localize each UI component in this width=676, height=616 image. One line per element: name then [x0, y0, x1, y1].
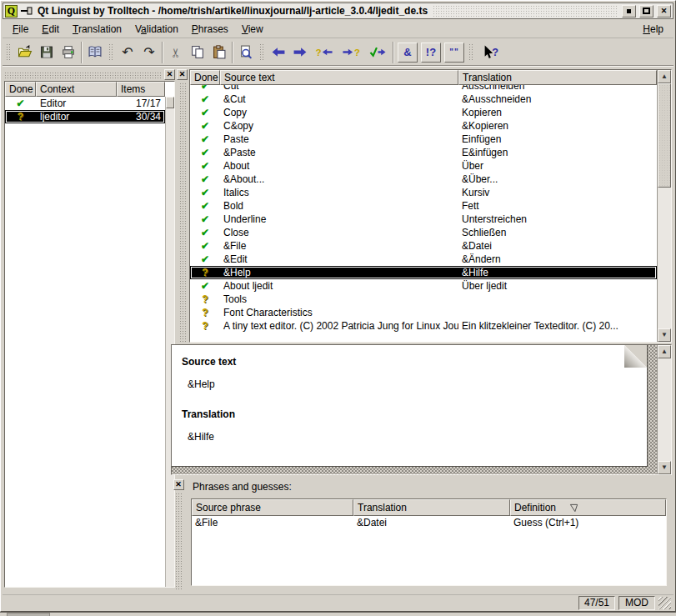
- copy-button[interactable]: [187, 42, 208, 63]
- pin-icon[interactable]: [21, 6, 33, 16]
- window-title: Qt Linguist by Trolltech - /home/trish/a…: [36, 5, 429, 17]
- menu-phrases[interactable]: Phrases: [185, 22, 235, 37]
- check-icon: ✔: [201, 147, 209, 158]
- message-row[interactable]: ?A tiny text editor. (C) 2002 Patricia J…: [190, 319, 657, 333]
- message-row[interactable]: ✔About ljeditÜber ljedit: [190, 279, 657, 293]
- column-header-done[interactable]: Done: [190, 70, 220, 85]
- titlebar-drag-area[interactable]: [433, 5, 618, 17]
- whats-this-button[interactable]: ?: [477, 42, 503, 63]
- message-row[interactable]: ✔CutAusschneiden: [190, 85, 657, 93]
- cell-m-source: Paste: [220, 133, 458, 145]
- message-row[interactable]: ✔&Cut&Ausschneiden: [190, 93, 657, 106]
- message-row[interactable]: ✔C&opy&Kopieren: [190, 119, 657, 133]
- menu-view[interactable]: View: [235, 22, 270, 37]
- menu-validation[interactable]: Validation: [128, 22, 185, 37]
- menu-help[interactable]: Help: [636, 22, 670, 37]
- save-button[interactable]: [36, 42, 58, 63]
- column-header-translation[interactable]: Translation: [353, 499, 510, 516]
- maximize-button[interactable]: [639, 5, 653, 18]
- toolbar-handle[interactable]: [108, 43, 114, 62]
- column-header-translation[interactable]: Translation: [458, 70, 657, 85]
- open-button[interactable]: [14, 42, 36, 63]
- scrollbar-thumb[interactable]: [166, 97, 174, 108]
- redo-button[interactable]: ↷: [138, 42, 160, 63]
- message-row[interactable]: ✔&File&Datei: [190, 239, 657, 253]
- column-header-source-text[interactable]: Source text: [220, 70, 458, 85]
- message-row[interactable]: ?Tools: [190, 293, 657, 306]
- menu-edit[interactable]: Edit: [35, 22, 66, 37]
- minimize-button[interactable]: [622, 5, 636, 18]
- phrases-dock-handle[interactable]: ✕: [171, 478, 184, 592]
- find-button[interactable]: [235, 42, 257, 63]
- messages-dock-grip[interactable]: [179, 83, 186, 343]
- message-row[interactable]: ✔ItalicsKursiv: [190, 186, 657, 199]
- message-row[interactable]: ✔CloseSchließen: [190, 226, 657, 239]
- cell-m-trans: E&infügen: [458, 147, 657, 158]
- phrases-table: Source phraseTranslationDefinition &File…: [191, 498, 667, 586]
- message-row[interactable]: ✔BoldFett: [190, 199, 657, 213]
- scroll-down-button[interactable]: ▼: [658, 328, 671, 342]
- next-unfinished-button[interactable]: ?: [338, 42, 364, 63]
- cell-m-trans: Ein klitzekleiner Texteditor. (C) 20...: [458, 320, 657, 332]
- toolbar-handle[interactable]: [259, 43, 265, 62]
- messages-dock-handle[interactable]: ✕: [177, 69, 188, 343]
- message-row[interactable]: ✔&Edit&Ändern: [190, 253, 657, 266]
- message-row[interactable]: ✔AboutÜber: [190, 159, 657, 173]
- menu-file[interactable]: File: [6, 22, 35, 37]
- toolbar-handle[interactable]: [468, 43, 474, 62]
- undo-button[interactable]: ↶: [117, 42, 138, 63]
- cell-m-trans: Kopieren: [458, 107, 657, 118]
- check-icon: ✔: [201, 187, 209, 198]
- done-and-next-button[interactable]: [364, 42, 391, 63]
- menu-translation[interactable]: Translation: [66, 22, 128, 37]
- check-icon: ✔: [201, 240, 209, 252]
- cut-button[interactable]: ✂: [165, 42, 187, 63]
- prev-button[interactable]: [268, 42, 289, 63]
- scroll-up-button[interactable]: ▲: [658, 345, 671, 358]
- context-row[interactable]: ?ljeditor30/34: [5, 110, 165, 123]
- cell-c-done: ✔: [5, 98, 36, 109]
- column-header-items[interactable]: Items: [117, 82, 165, 97]
- message-row[interactable]: ?Font Characteristics: [190, 306, 657, 319]
- phrases-dock-grip[interactable]: [175, 493, 182, 590]
- paste-button[interactable]: [208, 42, 230, 63]
- phrasebook-button[interactable]: [84, 42, 106, 63]
- cell-m-source: Bold: [220, 200, 458, 212]
- column-header-done[interactable]: Done: [5, 82, 36, 97]
- message-row[interactable]: ✔UnderlineUnterstreichen: [190, 213, 657, 226]
- prev-unfinished-button[interactable]: ?: [311, 42, 338, 63]
- editor-scrollbar[interactable]: ▲ ▼: [657, 345, 671, 474]
- scrollbar-thumb[interactable]: [658, 83, 671, 188]
- messages-table-body: ✔CutAusschneiden✔&Cut&Ausschneiden✔CopyK…: [190, 85, 657, 342]
- translation-input[interactable]: &Hilfe: [188, 431, 622, 443]
- minimize-icon: [627, 9, 631, 13]
- editor-page[interactable]: Source text &Help Translation &Hilfe: [172, 345, 648, 467]
- column-header-definition[interactable]: Definition: [510, 499, 666, 516]
- messages-dock-close-button[interactable]: ✕: [177, 69, 188, 80]
- message-row[interactable]: ?&Help&Hilfe: [190, 266, 657, 279]
- message-row[interactable]: ✔CopyKopieren: [190, 106, 657, 119]
- resize-grip[interactable]: [658, 597, 671, 609]
- close-button[interactable]: ✕: [657, 5, 671, 18]
- toggle-accelerators-button[interactable]: &: [398, 43, 418, 63]
- toggle-phrase-matches-button[interactable]: "": [444, 43, 464, 63]
- column-header-context[interactable]: Context: [36, 82, 117, 97]
- column-header-source-phrase[interactable]: Source phrase: [192, 499, 353, 516]
- scroll-up-button[interactable]: ▲: [658, 70, 671, 83]
- context-dock-handle[interactable]: ✕: [4, 69, 175, 80]
- print-button[interactable]: [58, 42, 79, 63]
- message-row[interactable]: ✔&About...&Über...: [190, 173, 657, 186]
- next-button[interactable]: [289, 42, 311, 63]
- toolbar-handle[interactable]: [6, 43, 12, 62]
- context-dock-close-button[interactable]: ✕: [164, 69, 175, 80]
- messages-table-scrollbar[interactable]: ▲ ▼: [657, 70, 671, 342]
- phrases-dock-close-button[interactable]: ✕: [173, 479, 184, 490]
- message-row[interactable]: ✔&PasteE&infügen: [190, 146, 657, 159]
- context-dock-grip[interactable]: [4, 72, 162, 78]
- context-row[interactable]: ✔Editor17/17: [5, 97, 165, 110]
- phrase-row[interactable]: &File&DateiGuess (Ctrl+1): [192, 516, 666, 529]
- titlebar[interactable]: Q Qt Linguist by Trolltech - /home/trish…: [3, 3, 673, 19]
- toggle-punctuation-button[interactable]: !?: [421, 43, 441, 63]
- scroll-down-button[interactable]: ▼: [658, 461, 671, 474]
- message-row[interactable]: ✔PasteEinfügen: [190, 133, 657, 146]
